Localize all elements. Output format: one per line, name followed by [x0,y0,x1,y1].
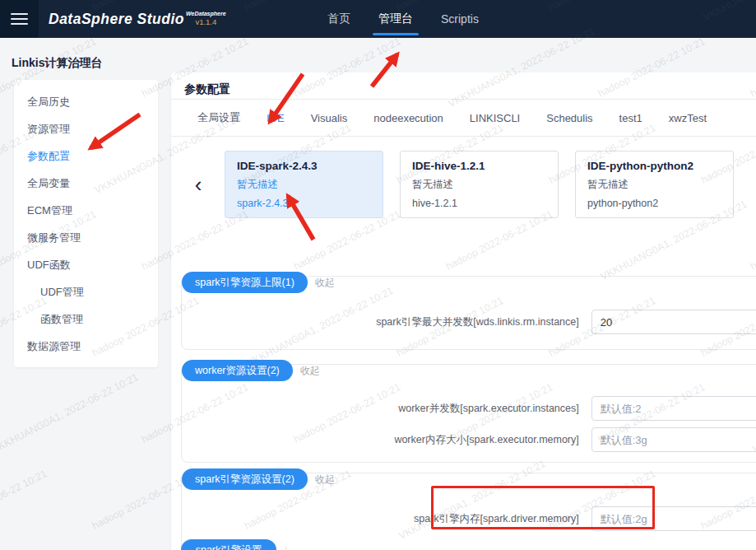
collapse-toggle[interactable]: 收起 [300,364,320,378]
sidebar-item-全局历史[interactable]: 全局历史 [14,88,158,115]
collapse-toggle[interactable]: 收起 [315,276,335,290]
sidebar-item-UDF函数[interactable]: UDF函数 [14,251,158,278]
config-section: worker资源设置(2)收起worker并发数[spark.executor.… [181,364,756,463]
nav-item-管理台[interactable]: 管理台 [378,0,413,38]
engine-card-title: IDE-hive-1.2.1 [412,160,546,172]
page-title: 参数配置 [171,72,756,99]
sidebar-title: Linkis计算治理台 [12,56,102,71]
app-root: DataSphere Studio WeDatasphere v1.1.4 首页… [0,0,756,550]
sidebar-item-UDF管理[interactable]: UDF管理 [14,278,158,305]
section-badge: worker资源设置(2) [182,360,293,381]
brand-superscript: WeDatasphere [186,11,226,16]
brand-title: DataSphere Studio [49,11,184,28]
section-header: worker资源设置(2)收起 [182,360,320,381]
section-badge-partial: spark引擎设置 [181,539,276,550]
config-input[interactable] [591,310,756,334]
sidebar-item-数据源管理[interactable]: 数据源管理 [14,333,158,360]
brand-version: v1.1.4 [195,17,216,26]
config-label: spark引擎最大并发数[wds.linkis.rm.instance] [182,315,579,329]
config-row: worker内存大小[spark.executor.memory] [182,427,756,452]
nav-item-Scriptis[interactable]: Scriptis [441,0,479,38]
collapse-toggle[interactable]: 收起 [315,473,335,487]
watermark-text: hadoop 2022-06-22 10:21 [0,468,49,532]
nav-item-首页[interactable]: 首页 [327,0,350,38]
engine-card-title: IDE-spark-2.4.3 [237,160,371,172]
config-sections: spark引擎资源上限(1)收起spark引擎最大并发数[wds.linkis.… [171,276,756,550]
engine-card-engine: python-python2 [587,198,721,209]
config-section: spark引擎资源设置(2)收起spark引擎内存[spark.driver.m… [181,473,756,550]
watermark-text: VKKHUANG0A1, 2022-06-22 10:21 [0,371,140,455]
engine-card-title: IDE-python-python2 [587,160,721,172]
section-badge: spark引擎资源上限(1) [182,272,308,293]
engine-card-description: 暂无描述 [237,178,371,192]
nav-menu: 首页管理台Scriptis [327,0,479,38]
sidebar-menu: 全局历史资源管理参数配置全局变量ECM管理微服务管理UDF函数UDF管理函数管理… [14,80,158,367]
section-header: spark引擎资源上限(1)收起 [182,272,335,293]
engine-card-row: IDE-spark-2.4.3暂无描述spark-2.4.3IDE-hive-1… [225,151,734,218]
divider [171,136,756,137]
tab-Schedulis[interactable]: Schedulis [546,112,592,124]
config-label: spark引擎内存[spark.driver.memory] [182,512,579,526]
section-header: spark引擎资源设置(2)收起 [182,468,335,490]
engine-card-IDE-hive-1.2.1[interactable]: IDE-hive-1.2.1暂无描述hive-1.2.1 [400,151,559,218]
sidebar-item-全局变量[interactable]: 全局变量 [14,170,158,197]
config-label: worker内存大小[spark.executor.memory] [182,433,579,447]
sidebar-item-参数配置[interactable]: 参数配置 [14,142,158,170]
top-navbar: DataSphere Studio WeDatasphere v1.1.4 首页… [0,0,756,38]
tab-test1[interactable]: test1 [619,112,642,124]
config-row: spark引擎内存[spark.driver.memory] [182,506,756,531]
config-label: worker并发数[spark.executor.instances] [182,402,579,416]
brand-sub: WeDatasphere v1.1.4 [186,11,226,26]
hamburger-menu-button[interactable] [0,0,39,38]
menu-icon [11,10,28,28]
engine-card-IDE-spark-2.4.3[interactable]: IDE-spark-2.4.3暂无描述spark-2.4.3 [225,151,383,218]
tab-全局设置[interactable]: 全局设置 [197,110,240,125]
sidebar-item-函数管理[interactable]: 函数管理 [14,305,158,333]
config-input[interactable] [591,427,756,452]
config-section: spark引擎资源上限(1)收起spark引擎最大并发数[wds.linkis.… [181,276,756,350]
engine-card-carousel: ‹ IDE-spark-2.4.3暂无描述spark-2.4.3IDE-hive… [171,151,756,218]
tab-bar: 全局设置IDEVisualisnodeexecutionLINKISCLISch… [171,100,756,136]
tab-IDE[interactable]: IDE [267,112,285,124]
config-row: worker并发数[spark.executor.instances] [182,396,756,421]
config-input[interactable] [591,396,756,421]
engine-card-engine: spark-2.4.3 [237,198,371,209]
tab-xwzTest[interactable]: xwzTest [669,112,707,124]
engine-card-IDE-python-python2[interactable]: IDE-python-python2暂无描述python-python2 [575,151,734,218]
sidebar-item-微服务管理[interactable]: 微服务管理 [14,224,158,251]
engine-card-description: 暂无描述 [412,178,546,192]
chevron-left-icon[interactable]: ‹ [184,151,212,218]
config-input[interactable] [591,506,756,531]
tab-LINKISCLI[interactable]: LINKISCLI [470,112,520,124]
section-badge: spark引擎资源设置(2) [182,468,308,490]
sidebar-item-ECM管理[interactable]: ECM管理 [14,197,158,224]
tab-nodeexecution[interactable]: nodeexecution [373,112,443,124]
main-panel: 参数配置 全局设置IDEVisualisnodeexecutionLINKISC… [171,72,756,550]
sidebar-item-资源管理[interactable]: 资源管理 [14,115,158,142]
engine-card-description: 暂无描述 [587,178,721,192]
brand-logo: DataSphere Studio WeDatasphere v1.1.4 [49,0,226,38]
tab-Visualis[interactable]: Visualis [311,112,348,124]
config-row: spark引擎最大并发数[wds.linkis.rm.instance] [182,310,756,334]
engine-card-engine: hive-1.2.1 [412,198,546,209]
